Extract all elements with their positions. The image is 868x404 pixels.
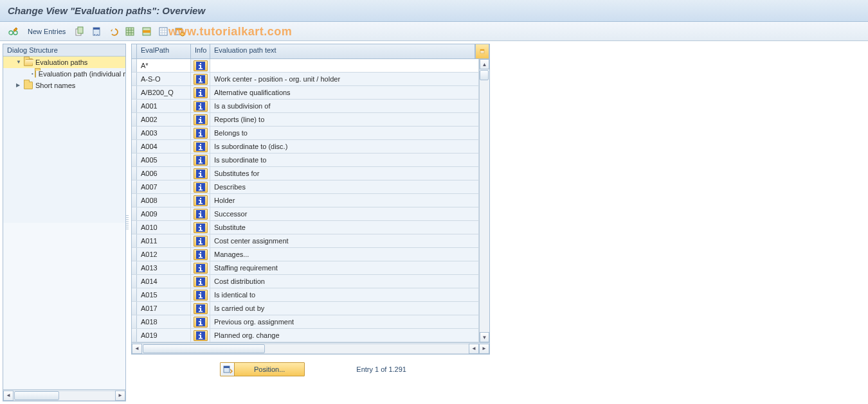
table-row[interactable]: A017Is carried out by	[132, 302, 479, 315]
tree-horizontal-scrollbar[interactable]: ◄ ►	[3, 389, 125, 401]
cell-evalpath[interactable]: A*	[137, 59, 191, 72]
info-button[interactable]	[194, 168, 208, 179]
row-selector[interactable]	[132, 140, 137, 153]
cell-evalpath[interactable]: A004	[137, 140, 191, 153]
row-selector[interactable]	[132, 86, 137, 99]
table-horizontal-scrollbar[interactable]: ◄ ◄ ►	[132, 342, 489, 354]
row-selector[interactable]	[132, 154, 137, 166]
cell-evaluation-path-text[interactable]	[210, 59, 479, 72]
cell-evalpath[interactable]: A011	[137, 234, 191, 247]
scroll-right-button[interactable]: ►	[115, 391, 125, 401]
cell-evaluation-path-text[interactable]: Work center - position - org. unit / hol…	[210, 73, 479, 85]
info-button[interactable]	[194, 330, 208, 341]
info-button[interactable]	[194, 141, 208, 152]
cell-evalpath[interactable]: A012	[137, 248, 191, 261]
table-row[interactable]: A014Cost distribution	[132, 275, 479, 288]
row-selector[interactable]	[132, 248, 137, 261]
cell-evalpath[interactable]: A018	[137, 315, 191, 328]
cell-evaluation-path-text[interactable]: Is identical to	[210, 288, 479, 301]
cell-evaluation-path-text[interactable]: Holder	[210, 194, 479, 207]
config-button[interactable]	[173, 24, 187, 39]
cell-evaluation-path-text[interactable]: Is a subdivision of	[210, 100, 479, 112]
table-settings-button[interactable]	[475, 44, 489, 58]
cell-evalpath[interactable]: A014	[137, 275, 191, 288]
info-button[interactable]	[194, 60, 208, 71]
row-selector[interactable]	[132, 73, 137, 85]
info-button[interactable]	[194, 74, 208, 85]
cell-evalpath[interactable]: A006	[137, 167, 191, 180]
row-selector[interactable]	[132, 234, 137, 247]
table-row[interactable]: A010Substitute	[132, 221, 479, 234]
cell-evaluation-path-text[interactable]: Manages...	[210, 248, 479, 261]
cell-evaluation-path-text[interactable]: Is carried out by	[210, 302, 479, 315]
row-selector[interactable]	[132, 275, 137, 288]
cell-evaluation-path-text[interactable]: Reports (line) to	[210, 113, 479, 126]
cell-evaluation-path-text[interactable]: Is subordinate to	[210, 154, 479, 166]
info-button[interactable]	[194, 101, 208, 112]
info-button[interactable]	[194, 249, 208, 260]
table-row[interactable]: A018Previous org. assignment	[132, 315, 479, 329]
dialog-structure-tree[interactable]: ▼Evaluation paths•Evaluation path (indiv…	[3, 57, 125, 223]
row-selector[interactable]	[132, 113, 137, 126]
table-row[interactable]: A005Is subordinate to	[132, 154, 479, 167]
other-view-button[interactable]	[6, 24, 21, 39]
row-selector[interactable]	[132, 315, 137, 328]
table-row[interactable]: A*	[132, 59, 479, 73]
table-row[interactable]: A009Successor	[132, 207, 479, 221]
cell-evaluation-path-text[interactable]: Substitutes for	[210, 167, 479, 180]
splitter-handle[interactable]	[126, 41, 130, 404]
tree-item[interactable]: •Evaluation path (individual maint.)	[3, 68, 125, 80]
select-all-button[interactable]	[123, 24, 137, 39]
cell-evaluation-path-text[interactable]: Planned org. change	[210, 329, 479, 342]
deselect-all-button[interactable]	[156, 24, 170, 39]
row-selector[interactable]	[132, 100, 137, 112]
table-row[interactable]: A019Planned org. change	[132, 329, 479, 342]
info-button[interactable]	[194, 303, 208, 314]
info-button[interactable]	[194, 155, 208, 166]
table-row[interactable]: A015Is identical to	[132, 288, 479, 302]
row-selector[interactable]	[132, 329, 137, 342]
row-selector[interactable]	[132, 59, 137, 72]
copy-as-button[interactable]	[73, 24, 87, 39]
cell-evaluation-path-text[interactable]: Successor	[210, 207, 479, 220]
tree-hscroll-thumb[interactable]	[14, 391, 59, 400]
table-vscroll-thumb[interactable]	[480, 70, 489, 80]
info-button[interactable]	[194, 114, 208, 125]
info-button[interactable]	[194, 195, 208, 206]
info-button[interactable]	[194, 290, 208, 301]
table-row[interactable]: A012Manages...	[132, 248, 479, 261]
table-scroll-left-button[interactable]: ◄	[132, 344, 142, 354]
cell-evaluation-path-text[interactable]: Previous org. assignment	[210, 315, 479, 328]
table-row[interactable]: A004Is subordinate to (disc.)	[132, 140, 479, 154]
delete-button[interactable]	[89, 24, 104, 39]
row-selector[interactable]	[132, 167, 137, 180]
table-hscroll-thumb[interactable]	[143, 344, 265, 353]
cell-evalpath[interactable]: A/B200_Q	[137, 86, 191, 99]
tree-item[interactable]: ▶Short names	[3, 80, 125, 91]
info-button[interactable]	[194, 209, 208, 220]
table-row[interactable]: A001Is a subdivision of	[132, 100, 479, 113]
cell-evaluation-path-text[interactable]: Cost center assignment	[210, 234, 479, 247]
table-scroll-first-button[interactable]: ◄	[469, 344, 479, 354]
table-row[interactable]: A013Staffing requirement	[132, 261, 479, 275]
column-header-info[interactable]: Info	[191, 44, 210, 58]
table-row[interactable]: A008Holder	[132, 194, 479, 207]
cell-evaluation-path-text[interactable]: Belongs to	[210, 127, 479, 139]
cell-evaluation-path-text[interactable]: Alternative qualifications	[210, 86, 479, 99]
row-selector[interactable]	[132, 207, 137, 220]
cell-evalpath[interactable]: A001	[137, 100, 191, 112]
cell-evaluation-path-text[interactable]: Staffing requirement	[210, 261, 479, 274]
cell-evalpath[interactable]: A003	[137, 127, 191, 139]
table-row[interactable]: A003Belongs to	[132, 127, 479, 140]
row-selector[interactable]	[132, 127, 137, 139]
new-entries-button[interactable]: New Entries	[23, 24, 70, 39]
row-selector[interactable]	[132, 221, 137, 234]
scroll-up-button[interactable]: ▲	[480, 59, 489, 69]
cell-evalpath[interactable]: A009	[137, 207, 191, 220]
row-selector[interactable]	[132, 302, 137, 315]
info-button[interactable]	[194, 263, 208, 274]
table-row[interactable]: A002Reports (line) to	[132, 113, 479, 127]
table-row[interactable]: A/B200_QAlternative qualifications	[132, 86, 479, 100]
info-button[interactable]	[194, 128, 208, 139]
table-vertical-scrollbar[interactable]: ▲ ▼	[479, 59, 489, 342]
